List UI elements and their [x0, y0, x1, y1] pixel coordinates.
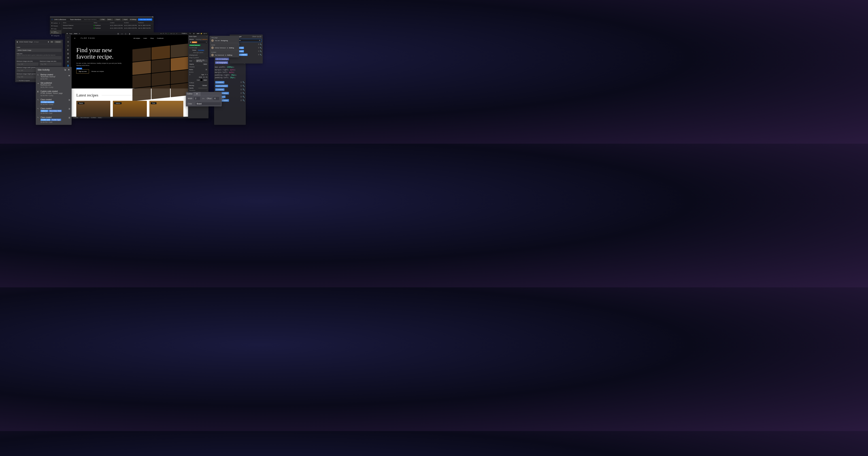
- wrench-icon[interactable]: 🔧: [243, 99, 245, 101]
- crumb-button[interactable]: Button: [97, 117, 102, 118]
- list-icon[interactable]: ☰: [68, 108, 70, 110]
- filter-button[interactable]: ≡Filter: [100, 19, 106, 21]
- users-icon[interactable]: 👤: [66, 64, 70, 67]
- device-tablet-icon[interactable]: ▭: [121, 33, 124, 34]
- device-tablet-portrait-icon[interactable]: ▯: [125, 33, 128, 34]
- crumb-div[interactable]: Div Block: [90, 117, 97, 118]
- list-icon[interactable]: ☰: [258, 47, 259, 49]
- width-input[interactable]: [194, 97, 200, 100]
- sidebar-item-recipes[interactable]: ▤Recipes: [50, 24, 61, 27]
- hero-paragraph[interactable]: No ads, no fuss. Just delicious, healthy…: [76, 62, 123, 66]
- nav-shop[interactable]: Shop: [150, 37, 154, 39]
- close-icon[interactable]: ✕: [68, 68, 70, 71]
- more-icon[interactable]: ⋯: [206, 36, 208, 37]
- publish-button[interactable]: Publish ▾: [182, 33, 187, 34]
- cta-button[interactable]: Button ⚙ Sign up now: [76, 69, 89, 74]
- redo-icon[interactable]: ↷: [165, 33, 166, 34]
- outline-style-solid[interactable]: [200, 92, 208, 96]
- cms-search-input[interactable]: [83, 18, 99, 21]
- list-icon[interactable]: ☰: [240, 85, 242, 87]
- selector-input[interactable]: ▦Button▾: [189, 41, 208, 44]
- settings-button[interactable]: ⚙Settings: [129, 19, 137, 21]
- add-icon[interactable]: +: [207, 57, 208, 58]
- sm2-class-item[interactable]: Container☰🔧: [215, 81, 245, 84]
- table-row[interactable]: Emerson Peterson Published Jul 12, 2019 …: [61, 24, 154, 27]
- brush-icon[interactable]: ✎: [189, 33, 191, 34]
- list-icon[interactable]: ☰: [258, 44, 259, 45]
- sidebar-item-authors[interactable]: ▤Authors4: [50, 22, 61, 24]
- list-icon[interactable]: ☰: [240, 96, 242, 98]
- code-icon[interactable]: </>: [170, 33, 173, 34]
- list-icon[interactable]: ☰: [240, 81, 242, 83]
- wrench-icon[interactable]: 🔧: [260, 44, 262, 45]
- components-icon[interactable]: ◧: [66, 48, 70, 51]
- color-swatch[interactable]: [200, 79, 203, 81]
- help-input[interactable]: [17, 56, 61, 59]
- offset-input[interactable]: [213, 97, 219, 100]
- latest-title[interactable]: Latest recipes: [76, 93, 98, 97]
- eye-icon[interactable]: 👁: [68, 75, 70, 77]
- activity-item[interactable]: ✎Class createdSelectorSecondary field02:…: [36, 106, 72, 115]
- wrench-icon[interactable]: 🔧: [243, 88, 245, 90]
- crumb-hero[interactable]: Hero content grid: [80, 117, 90, 118]
- sidebar-item-team-members[interactable]: ▤Team Members: [50, 30, 61, 34]
- nav-learn[interactable]: Learn: [144, 37, 147, 39]
- outline-style-none[interactable]: ✕: [193, 92, 200, 96]
- add-icon[interactable]: +: [66, 36, 70, 39]
- style-none-icon[interactable]: ✕: [205, 74, 206, 75]
- preview-icon[interactable]: ▷: [174, 33, 175, 34]
- col-status[interactable]: Status: [94, 22, 110, 23]
- outline-style-dotted[interactable]: [215, 92, 222, 96]
- expand-icon[interactable]: ⤢: [197, 33, 198, 34]
- trash-icon[interactable]: 🗑: [48, 41, 49, 43]
- col-published[interactable]: Published: [138, 22, 152, 23]
- gear-icon[interactable]: ⚙: [193, 33, 194, 34]
- close-icon[interactable]: ×: [152, 16, 153, 18]
- recipe-card[interactable]: Seafood: [113, 101, 147, 117]
- minimize-icon[interactable]: ⇲: [64, 68, 66, 71]
- page-name[interactable]: Home: [74, 33, 78, 34]
- list-icon[interactable]: ☰: [68, 99, 70, 101]
- list-icon[interactable]: ☰: [240, 99, 242, 101]
- secondary-link[interactable]: Browse our recipes: [92, 70, 104, 72]
- wrench-icon[interactable]: 🔧: [243, 85, 245, 87]
- cms-icon[interactable]: ▦: [66, 56, 70, 59]
- style-solid-icon[interactable]: ━: [207, 74, 208, 75]
- recipe-card[interactable]: Ramen: [76, 101, 110, 117]
- crumb-container[interactable]: Container: [72, 117, 79, 118]
- add-icon[interactable]: +: [207, 90, 208, 91]
- outline-style-dashed[interactable]: [208, 92, 215, 96]
- nav-cookbook[interactable]: Cookbook: [157, 37, 163, 39]
- sidebar-item-categories[interactable]: ▤Categories: [50, 34, 61, 37]
- color-name-input[interactable]: [196, 102, 221, 105]
- label-input[interactable]: [17, 49, 61, 52]
- border-side-picker[interactable]: ▢: [189, 74, 190, 75]
- export-button[interactable]: ↑Export: [114, 19, 121, 21]
- col-created[interactable]: Created: [110, 22, 124, 23]
- wrench-icon[interactable]: 🔧: [260, 47, 262, 49]
- recipe-card[interactable]: Pizza: [149, 101, 183, 117]
- list-icon[interactable]: ☰: [240, 92, 242, 94]
- pages-icon[interactable]: ▤: [66, 40, 70, 43]
- wrench-icon[interactable]: 🔧: [260, 54, 262, 56]
- list-icon[interactable]: ☰: [68, 117, 70, 119]
- sm2-class-item[interactable]: Card container☰🔧: [215, 84, 245, 88]
- sm2-class-item[interactable]: Container☰🔧: [215, 88, 245, 91]
- navigator-icon[interactable]: ☰: [66, 44, 70, 47]
- nav-all-recipes[interactable]: All recipes: [133, 37, 140, 39]
- device-mobile-icon[interactable]: ▮: [129, 33, 132, 34]
- wrench-icon[interactable]: 🔧: [260, 51, 262, 52]
- device-desktop-icon[interactable]: 🖥: [117, 33, 120, 34]
- activity-item[interactable]: ↻Backup created'Automatic backup'02:52 P…: [36, 73, 72, 81]
- refresh-icon[interactable]: ⟲: [79, 33, 80, 34]
- cleanup-link[interactable]: Clean Up (0): [252, 36, 261, 37]
- ecommerce-icon[interactable]: 🛒: [66, 60, 70, 63]
- color-swatch[interactable]: [194, 60, 195, 62]
- check-icon[interactable]: ✓: [168, 33, 169, 34]
- import-button[interactable]: ↓Import: [122, 19, 128, 21]
- sidebar-item-posts[interactable]: ▤Posts: [50, 27, 61, 30]
- list-icon[interactable]: ☰: [258, 51, 259, 52]
- col-name[interactable]: Name: [63, 22, 94, 23]
- activity-item[interactable]: ✎Class createdFooter cardFooter logo02:4…: [36, 115, 72, 124]
- share-icon[interactable]: ↗: [176, 33, 177, 34]
